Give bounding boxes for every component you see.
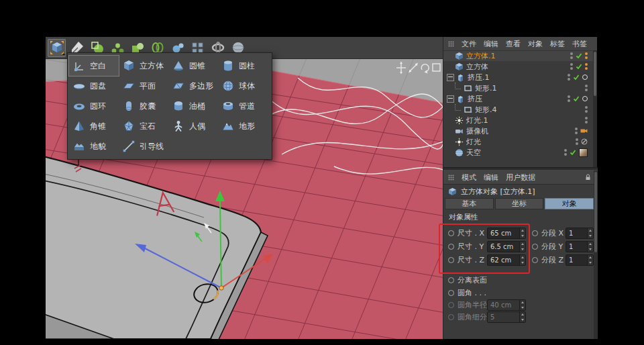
visibility-dots[interactable] <box>585 106 588 113</box>
om-menu-tags[interactable]: 标签 <box>550 39 565 49</box>
property-row-separate-surfaces[interactable]: 分离表面 <box>443 274 598 286</box>
object-row-extrude[interactable]: 挤压 <box>443 93 594 104</box>
spinner[interactable] <box>587 228 593 238</box>
disabled-slash-icon[interactable] <box>581 138 588 145</box>
object-row-sky[interactable]: 天空 <box>443 147 594 158</box>
am-menu-mode[interactable]: 模式 <box>462 172 476 183</box>
palette-item-plane[interactable]: 平面 <box>119 76 168 96</box>
panel-grid-icon[interactable] <box>448 175 454 181</box>
enabled-check-icon[interactable] <box>573 95 580 102</box>
keyframe-ring-icon[interactable] <box>448 277 454 283</box>
object-row-light[interactable]: 灯光 <box>443 136 594 147</box>
visibility-dots[interactable] <box>585 117 588 124</box>
material-thumbnail[interactable] <box>579 148 588 157</box>
keyframe-ring-icon[interactable] <box>448 290 454 296</box>
gizmo-origin[interactable] <box>219 286 223 290</box>
palette-item-tube[interactable]: 管道 <box>218 96 268 116</box>
segments-z-input[interactable]: 1 <box>566 254 594 266</box>
om-menu-file[interactable]: 文件 <box>462 39 476 49</box>
spinner[interactable] <box>519 255 525 265</box>
om-menu-object[interactable]: 对象 <box>528 39 543 49</box>
panel-grid-icon[interactable] <box>448 41 454 47</box>
palette-item-cube[interactable]: 立方体 <box>119 56 168 76</box>
size-x-input[interactable]: 65 cm <box>487 228 526 239</box>
segments-y-input[interactable]: 1 <box>566 241 594 252</box>
expander-icon[interactable] <box>447 74 454 81</box>
om-menu-bookmarks[interactable]: 书签 <box>572 39 587 49</box>
phong-tag-icon[interactable] <box>582 96 588 101</box>
layer-dots[interactable] <box>585 52 588 59</box>
lock-icon[interactable] <box>585 174 591 181</box>
palette-item-sphere[interactable]: 球体 <box>218 76 268 96</box>
palette-label: 引导线 <box>140 141 164 152</box>
keyframe-ring-icon[interactable] <box>532 230 538 236</box>
visibility-dots[interactable] <box>585 85 588 91</box>
object-row-rect1[interactable]: 矩形.1 <box>443 83 594 93</box>
object-row-extrude1[interactable]: 挤压.1 <box>443 72 594 83</box>
tab-coordinates[interactable]: 坐标 <box>495 198 544 209</box>
palette-item-null[interactable]: 空白 <box>69 56 119 76</box>
keyframe-ring-icon[interactable] <box>448 230 454 236</box>
segments-x-input[interactable]: 1 <box>566 228 594 239</box>
palette-item-capsule[interactable]: 胶囊 <box>119 96 168 116</box>
visibility-dots[interactable] <box>564 149 567 156</box>
attribute-title-row: 立方体对象 [立方体.1] <box>443 185 598 198</box>
palette-item-cylinder[interactable]: 圆柱 <box>218 56 268 76</box>
palette-label: 胶囊 <box>140 101 156 112</box>
expander-icon[interactable] <box>447 95 454 103</box>
object-row-cube1[interactable]: 立方体.1 <box>443 50 594 61</box>
palette-item-cone[interactable]: 圆锥 <box>168 56 218 76</box>
am-menu-userdata[interactable]: 用户数据 <box>506 172 535 183</box>
keyframe-ring-icon[interactable] <box>448 244 454 250</box>
palette-item-polygon[interactable]: 多边形 <box>168 76 218 96</box>
enabled-check-icon[interactable] <box>573 74 580 81</box>
spinner[interactable] <box>519 228 525 238</box>
object-manager-scrollbar[interactable] <box>593 50 597 167</box>
palette-item-torus[interactable]: 圆环 <box>69 96 119 116</box>
object-row-rect4[interactable]: 矩形.4 <box>443 104 594 115</box>
layer-dots[interactable] <box>585 63 588 70</box>
palette-item-relief[interactable]: 地貌 <box>69 136 119 156</box>
tab-object[interactable]: 对象 <box>545 198 594 209</box>
palette-item-disc[interactable]: 圆盘 <box>69 76 119 96</box>
enabled-check-icon[interactable] <box>576 63 582 70</box>
property-row-fillet[interactable]: 圆角 . . . <box>443 287 598 299</box>
visibility-dots[interactable] <box>570 63 573 70</box>
visibility-dots[interactable] <box>575 128 578 134</box>
object-name: 摄像机 <box>466 126 488 136</box>
om-menu-view[interactable]: 查看 <box>506 39 521 49</box>
keyframe-ring-icon[interactable] <box>532 257 538 263</box>
enabled-check-icon[interactable] <box>570 149 576 156</box>
object-row-cube[interactable]: 立方体 <box>443 61 594 72</box>
spinner[interactable] <box>587 242 593 252</box>
object-row-light1[interactable]: 灯光.1 <box>443 115 594 126</box>
spinner[interactable] <box>587 255 593 265</box>
visibility-dots[interactable] <box>570 52 573 59</box>
palette-item-platonic[interactable]: 宝石 <box>119 116 168 136</box>
om-menu-edit[interactable]: 编辑 <box>484 39 498 49</box>
add-primitive-cube-tool[interactable] <box>48 39 66 57</box>
attribute-scrollbar[interactable] <box>594 170 598 339</box>
palette-item-landscape[interactable]: 地形 <box>218 116 268 136</box>
visibility-dots[interactable] <box>568 95 570 102</box>
spinner[interactable] <box>519 242 525 252</box>
active-camera-icon[interactable] <box>580 128 588 134</box>
palette-item-pyramid[interactable]: 角锥 <box>69 116 119 136</box>
keyframe-ring-icon[interactable] <box>532 244 538 250</box>
tree-branch <box>455 83 461 89</box>
size-y-input[interactable]: 6.5 cm <box>487 241 526 252</box>
am-menu-edit[interactable]: 编辑 <box>484 172 498 183</box>
keyframe-ring-icon[interactable] <box>448 257 454 263</box>
keyframe-ring-icon <box>448 314 454 320</box>
screenshot-stage: 空白 立方体 圆锥 圆柱 圆盘 平面 <box>0 0 644 345</box>
tab-basic[interactable]: 基本 <box>445 198 494 209</box>
phong-tag-icon[interactable] <box>582 75 588 80</box>
palette-item-figure[interactable]: 人偶 <box>168 116 218 136</box>
palette-item-oiltank[interactable]: 油桶 <box>168 96 218 116</box>
palette-item-guide[interactable]: 引导线 <box>119 136 168 156</box>
visibility-dots[interactable] <box>576 138 578 145</box>
object-row-camera[interactable]: 摄像机 <box>443 126 594 136</box>
size-z-input[interactable]: 62 cm <box>487 254 526 266</box>
enabled-check-icon[interactable] <box>576 52 582 59</box>
visibility-dots[interactable] <box>568 74 570 81</box>
